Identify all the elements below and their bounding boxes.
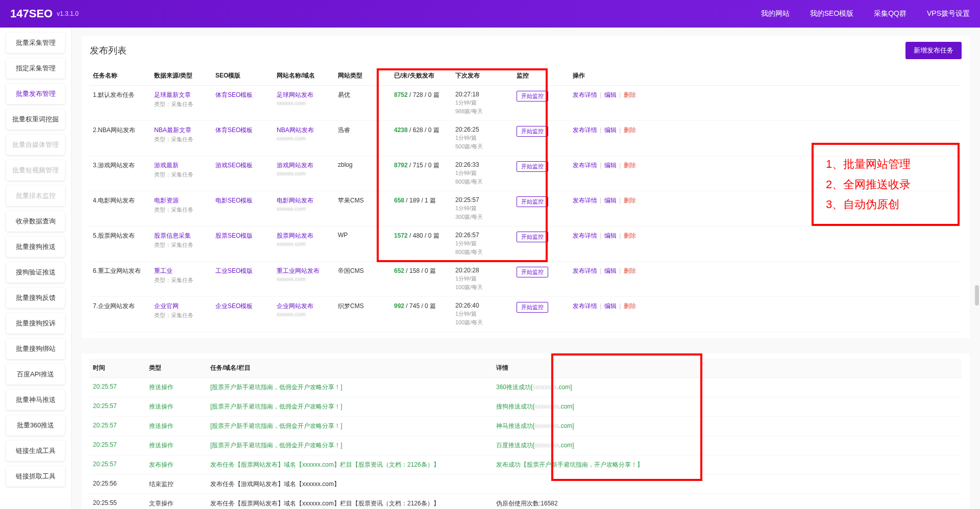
op-delete[interactable]: 删除 (624, 267, 636, 274)
log-detail: 神马推送成功[xxxxxxxx.com] (493, 417, 962, 436)
op-edit[interactable]: 编辑 (604, 232, 617, 239)
sidebar-item-15[interactable]: 批量360推送 (6, 415, 65, 436)
sidebar-item-16[interactable]: 链接生成工具 (6, 441, 65, 461)
site-link[interactable]: 企业网站发布 (277, 302, 313, 310)
nav-seo-templates[interactable]: 我的SEO模版 (810, 9, 854, 18)
next-publish: 20:25:571分钟/篇300篇/每天 (452, 191, 513, 226)
sidebar-item-13[interactable]: 百度API推送 (6, 364, 65, 385)
source-link[interactable]: 电影资源 (154, 197, 179, 204)
publish-stats: 652 / 158 / 0 篇 (391, 262, 452, 297)
op-edit[interactable]: 编辑 (604, 126, 617, 134)
sidebar-item-3[interactable]: 批量权重词挖掘 (6, 109, 65, 130)
monitor-button[interactable]: 开始监控 (517, 126, 548, 137)
sidebar-item-12[interactable]: 批量搜狗绑站 (6, 339, 65, 359)
site-link[interactable]: NBA网站发布 (277, 126, 314, 134)
monitor-button[interactable]: 开始监控 (517, 91, 548, 101)
site-link[interactable]: 足球网站发布 (277, 91, 313, 98)
next-publish: 20:27:181分钟/篇988篇/每天 (452, 86, 513, 121)
site-link[interactable]: 重工业网站发布 (277, 267, 320, 274)
task-name: 4.电影网站发布 (90, 191, 151, 226)
sidebar-item-10[interactable]: 批量搜狗反馈 (6, 288, 65, 308)
add-task-button[interactable]: 新增发布任务 (905, 42, 962, 59)
app-header: 147SEO v1.3.1.0 我的网站 我的SEO模版 采集QQ群 VPS拨号… (0, 0, 980, 28)
op-detail[interactable]: 发布详情 (573, 302, 597, 310)
log-row: 20:25:57推送操作[股票开户新手避坑指南，低佣金开户攻略分享！]神马推送成… (90, 417, 962, 436)
op-edit[interactable]: 编辑 (604, 197, 617, 204)
sidebar-item-0[interactable]: 批量采集管理 (6, 33, 65, 53)
next-publish: 20:26:401分钟/篇100篇/每天 (452, 297, 513, 332)
publish-stats: 1572 / 480 / 0 篇 (391, 226, 452, 262)
monitor-button[interactable]: 开始监控 (517, 232, 548, 242)
sidebar-item-11[interactable]: 批量搜狗投诉 (6, 313, 65, 334)
source-link[interactable]: 足球最新文章 (154, 91, 191, 98)
site-link[interactable]: 游戏网站发布 (277, 162, 313, 169)
sidebar-item-9[interactable]: 搜狗验证推送 (6, 262, 65, 283)
op-detail[interactable]: 发布详情 (573, 91, 597, 98)
op-detail[interactable]: 发布详情 (573, 126, 597, 134)
nav-vps-dial[interactable]: VPS拨号设置 (927, 9, 970, 18)
template-link[interactable]: 游戏SEO模板 (215, 162, 253, 169)
scrollbar[interactable] (975, 285, 979, 306)
log-row: 20:25:56结束监控发布任务【游戏网站发布】域名【xxxxxx.com】 (90, 475, 962, 494)
template-link[interactable]: 工业SEO模版 (215, 267, 253, 274)
col-header-1: 数据来源/类型 (151, 66, 212, 86)
log-table: 时间类型任务/域名/栏目详情 20:25:57推送操作[股票开户新手避坑指南，低… (90, 359, 962, 509)
log-type: 发布操作 (146, 455, 207, 475)
monitor-button[interactable]: 开始监控 (517, 267, 548, 277)
table-row: 6.重工业网站发布重工业类型：采集任务工业SEO模版重工业网站发布xxxxxx.… (90, 262, 962, 297)
nav-qq-group[interactable]: 采集QQ群 (874, 9, 906, 18)
col-header-6: 下次发布 (452, 66, 513, 86)
sidebar-item-1[interactable]: 指定采集管理 (6, 58, 65, 79)
op-detail[interactable]: 发布详情 (573, 267, 597, 274)
op-delete[interactable]: 删除 (624, 162, 636, 169)
site-type: 帝国CMS (335, 262, 391, 297)
nav-my-sites[interactable]: 我的网站 (761, 9, 790, 18)
monitor-button[interactable]: 开始监控 (517, 196, 548, 207)
sidebar-item-7[interactable]: 收录数据查询 (6, 211, 65, 232)
monitor-button[interactable]: 开始监控 (517, 302, 548, 313)
op-delete[interactable]: 删除 (624, 197, 636, 204)
col-header-4: 网站类型 (335, 66, 391, 86)
op-delete[interactable]: 删除 (624, 91, 636, 98)
op-edit[interactable]: 编辑 (604, 302, 617, 310)
template-link[interactable]: 企业SEO模板 (215, 302, 253, 310)
op-detail[interactable]: 发布详情 (573, 162, 597, 169)
site-type: zblog (335, 156, 391, 191)
feature-callout: 1、批量网站管理 2、全网推送收录 3、自动伪原创 (812, 143, 960, 226)
log-task: [股票开户新手避坑指南，低佣金开户攻略分享！] (207, 378, 493, 397)
source-link[interactable]: 企业官网 (154, 302, 179, 310)
next-publish: 20:26:251分钟/篇500篇/每天 (452, 121, 513, 156)
template-link[interactable]: 电影SEO模板 (215, 197, 253, 204)
template-link[interactable]: 股票SEO模版 (215, 232, 253, 239)
log-time: 20:25:57 (90, 397, 146, 417)
op-edit[interactable]: 编辑 (604, 91, 617, 98)
log-task: 发布任务【股票网站发布】域名【xxxxxx.com】栏目【股票资讯（文档：212… (207, 494, 493, 510)
log-col-2: 任务/域名/栏目 (207, 359, 493, 378)
log-time: 20:25:55 (90, 494, 146, 510)
op-edit[interactable]: 编辑 (604, 162, 617, 169)
op-delete[interactable]: 删除 (624, 302, 636, 310)
op-delete[interactable]: 删除 (624, 232, 636, 239)
template-link[interactable]: 体育SEO模板 (215, 126, 253, 134)
op-delete[interactable]: 删除 (624, 126, 636, 134)
template-link[interactable]: 体育SEO模板 (215, 91, 253, 98)
next-publish: 20:20:281分钟/篇100篇/每天 (452, 262, 513, 297)
log-type: 推送操作 (146, 436, 207, 455)
op-detail[interactable]: 发布详情 (573, 232, 597, 239)
op-edit[interactable]: 编辑 (604, 267, 617, 274)
monitor-button[interactable]: 开始监控 (517, 161, 548, 172)
task-name: 1.默认发布任务 (90, 86, 151, 121)
sidebar-item-2[interactable]: 批量发布管理 (6, 84, 65, 104)
table-row: 7.企业网站发布企业官网类型：采集任务企业SEO模板企业网站发布xxxxxx.c… (90, 297, 962, 332)
source-link[interactable]: NBA最新文章 (154, 126, 191, 134)
source-link[interactable]: 游戏最新 (154, 162, 179, 169)
site-link[interactable]: 电影网站发布 (277, 197, 313, 204)
sidebar-item-17[interactable]: 链接抓取工具 (6, 466, 65, 487)
log-time: 20:25:57 (90, 455, 146, 475)
source-link[interactable]: 股票信息采集 (154, 232, 191, 239)
sidebar-item-8[interactable]: 批量搜狗推送 (6, 237, 65, 257)
op-detail[interactable]: 发布详情 (573, 197, 597, 204)
site-link[interactable]: 股票网站发布 (277, 232, 313, 239)
source-link[interactable]: 重工业 (154, 267, 173, 274)
sidebar-item-14[interactable]: 批量神马推送 (6, 390, 65, 410)
